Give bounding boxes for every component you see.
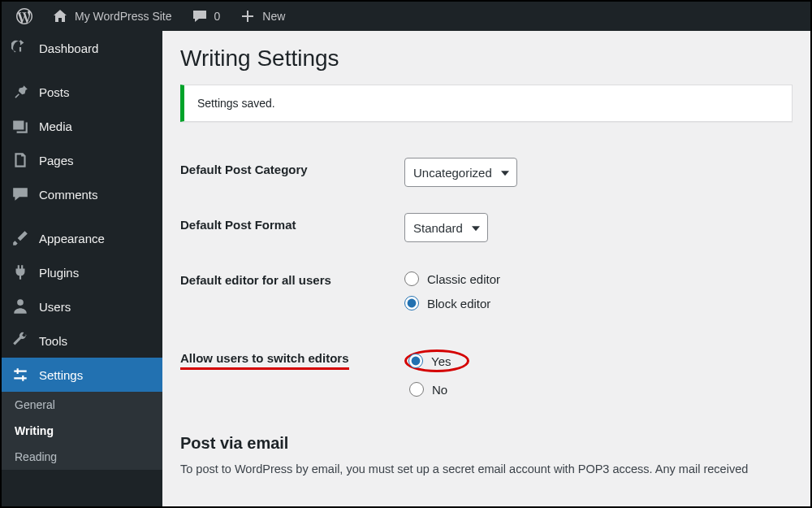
wrench-icon — [11, 332, 29, 350]
sidebar-item-plugins[interactable]: Plugins — [2, 255, 162, 289]
comments-icon — [192, 8, 208, 24]
content-area: Writing Settings Settings saved. Default… — [162, 31, 810, 506]
comment-icon — [11, 185, 29, 203]
sidebar-label: Dashboard — [39, 41, 98, 55]
post-via-email-heading: Post via email — [180, 434, 793, 453]
site-name-link[interactable]: My WordPress Site — [44, 2, 180, 31]
sidebar-label: Plugins — [39, 266, 79, 280]
row-default-editor: Default editor for all users Classic edi… — [180, 255, 793, 333]
sidebar-item-dashboard[interactable]: Dashboard — [2, 31, 162, 65]
radio-label-no: No — [432, 383, 447, 397]
label-allow-switch: Allow users to switch editors — [180, 351, 349, 370]
post-via-email-desc: To post to WordPress by email, you must … — [180, 462, 793, 475]
sidebar-label: Media — [39, 119, 72, 133]
label-default-editor: Default editor for all users — [180, 268, 404, 287]
sidebar-label: Users — [39, 300, 71, 314]
wordpress-logo[interactable] — [8, 2, 41, 31]
row-default-post-category: Default Post Category Uncategorized — [180, 145, 793, 200]
select-default-post-format[interactable]: Standard — [404, 213, 488, 242]
highlight-ring: Yes — [404, 350, 469, 372]
new-content-link[interactable]: New — [231, 2, 293, 31]
media-icon — [11, 117, 29, 135]
sidebar-item-posts[interactable]: Posts — [2, 75, 162, 109]
current-marker — [162, 367, 171, 383]
comments-count: 0 — [214, 10, 221, 23]
sidebar-label: Settings — [39, 368, 83, 382]
select-default-post-category[interactable]: Uncategorized — [404, 158, 517, 187]
admin-sidebar: Dashboard Posts Media Pages Comments — [2, 31, 162, 506]
radio-label-block: Block editor — [427, 297, 490, 310]
submenu-item-writing[interactable]: Writing — [2, 418, 162, 444]
sidebar-label: Pages — [39, 154, 74, 167]
radio-switch-no[interactable] — [409, 382, 424, 397]
settings-saved-notice: Settings saved. — [180, 85, 793, 122]
sidebar-item-users[interactable]: Users — [2, 289, 162, 323]
new-label: New — [262, 10, 285, 23]
pages-icon — [11, 151, 29, 169]
site-name: My WordPress Site — [75, 10, 172, 23]
radio-switch-yes[interactable] — [408, 354, 423, 368]
brush-icon — [11, 229, 29, 247]
label-default-post-format: Default Post Format — [180, 213, 404, 232]
row-default-post-format: Default Post Format Standard — [180, 200, 793, 255]
comments-link[interactable]: 0 — [184, 2, 229, 31]
sidebar-item-tools[interactable]: Tools — [2, 323, 162, 358]
sidebar-item-comments[interactable]: Comments — [2, 177, 162, 211]
label-default-post-category: Default Post Category — [180, 158, 404, 176]
submenu-item-reading[interactable]: Reading — [2, 444, 162, 470]
wordpress-icon — [16, 8, 32, 24]
home-icon — [52, 8, 68, 24]
radio-block-editor[interactable] — [404, 296, 419, 310]
settings-submenu: General Writing Reading — [2, 392, 162, 470]
admin-bar: My WordPress Site 0 New — [2, 2, 810, 31]
sidebar-label: Posts — [39, 85, 70, 99]
plus-icon — [240, 8, 256, 24]
user-icon — [11, 297, 29, 315]
sidebar-label: Appearance — [39, 232, 105, 245]
dashboard-icon — [11, 39, 29, 57]
notice-text: Settings saved. — [197, 97, 275, 110]
submenu-item-general[interactable]: General — [2, 392, 162, 418]
row-allow-switch: Allow users to switch editors Yes No — [180, 333, 793, 419]
page-title: Writing Settings — [180, 46, 793, 72]
sidebar-label: Tools — [39, 334, 67, 348]
sliders-icon — [11, 366, 29, 384]
pin-icon — [11, 83, 29, 101]
sidebar-item-appearance[interactable]: Appearance — [2, 221, 162, 255]
radio-label-yes: Yes — [431, 354, 451, 368]
plugin-icon — [11, 263, 29, 281]
sidebar-item-media[interactable]: Media — [2, 109, 162, 143]
sidebar-label: Comments — [39, 188, 98, 202]
radio-classic-editor[interactable] — [404, 271, 419, 286]
sidebar-item-settings[interactable]: Settings — [2, 358, 162, 392]
sidebar-item-pages[interactable]: Pages — [2, 143, 162, 177]
radio-label-classic: Classic editor — [427, 272, 500, 286]
